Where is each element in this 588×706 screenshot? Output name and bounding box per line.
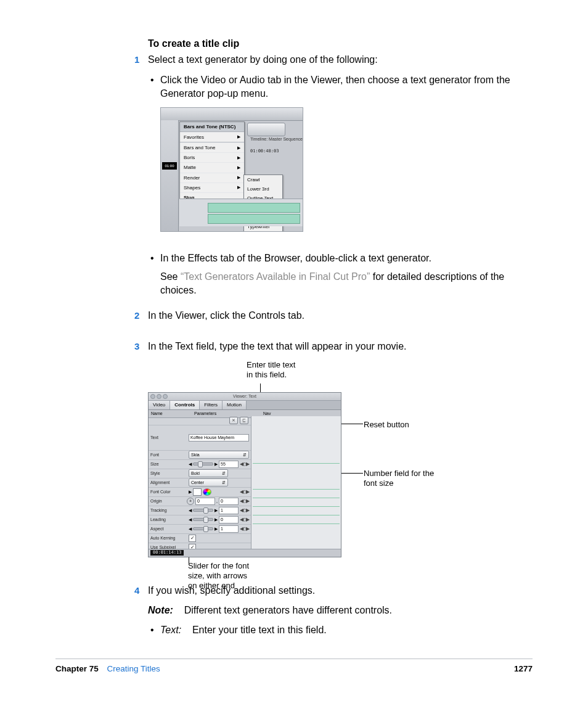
submenu-arrow-icon: ▶ [237,155,240,161]
tracking-field[interactable]: 1 [219,507,239,514]
step-number: 1 [134,53,139,66]
submenu-arrow-icon: ▶ [237,184,240,191]
keyframe-nav-button[interactable]: ⊑ [240,417,248,424]
callout-enter-text: Enter title text in this field. [247,360,295,380]
menu-item-favorites[interactable]: Favorites▶ [180,132,244,142]
toolbar-buttons [247,123,285,136]
step-1: 1 Select a text generator by doing one o… [148,53,536,67]
param-label: Origin [149,498,187,504]
menu-item[interactable]: Boris▶ [180,152,244,162]
origin-y-field[interactable]: 0 [219,498,239,505]
slider-arrow-right-icon[interactable]: ▶ [214,507,218,514]
slider-arrow-left-icon[interactable]: ◀ [189,526,192,532]
tracking-slider[interactable] [193,509,213,512]
param-label: Alignment [149,480,189,486]
menu-item[interactable]: Shapes▶ [180,183,244,192]
text-field[interactable]: Koffee House Mayhem [189,434,249,441]
tab-controls[interactable]: Controls [170,401,200,409]
alignment-select[interactable]: Center⇵ [189,478,228,486]
submenu-arrow-icon: ▶ [237,134,240,140]
keyframe-controls-icon[interactable]: ◀◇▶ [240,488,249,495]
param-label: Leading [149,517,189,523]
left-timecode: 01:00 [162,162,177,170]
callout-reset: Reset button [364,419,409,430]
bullet-dot-icon: • [150,73,154,87]
step-text: If you wish, specify additional settings… [148,585,315,596]
xref-link[interactable]: “Text Generators Available in Final Cut … [181,271,370,282]
submenu-item[interactable]: Crawl [244,175,282,184]
auto-kerning-checkbox[interactable]: ✓ [189,535,196,542]
slider-arrow-right-icon[interactable]: ▶ [214,461,218,467]
param-label: Auto Kerning [149,535,189,541]
bullet-text: Click the Video or Audio tab in the View… [160,75,510,85]
origin-x-field[interactable]: 0 [195,498,215,505]
slider-arrow-left-icon[interactable]: ◀ [189,461,192,467]
param-label: Size [149,461,189,467]
param-label: Aspect [149,526,189,532]
leading-slider[interactable] [193,518,213,521]
font-select[interactable]: Skia⇵ [189,451,249,459]
submenu-arrow-icon: ▶ [237,174,240,181]
step-3: 3 In the Text field, type the text that … [148,340,536,353]
screenshot-generator-menu: Timeline: Master Sequence 01:00:48:03 01… [160,107,303,232]
param-label: Font Color [149,489,189,495]
step-text: In the Viewer, click the Controls tab. [148,310,304,321]
style-select[interactable]: Bold⇵ [189,469,228,477]
menu-item[interactable]: Bars and Tone▶ [180,142,244,152]
step-number: 2 [134,309,139,322]
viewer-tabs: Video Controls Filters Motion [149,401,341,410]
slider-arrow-left-icon[interactable]: ◀ [189,507,192,514]
see-line: See “Text Generators Available in Final … [148,270,536,298]
size-number-field[interactable]: 55 [219,461,239,468]
page-number: 1277 [514,664,533,681]
reset-button[interactable]: ✕ [229,417,238,424]
bullet-text: Enter your title text in this field. [192,625,327,635]
tab-video[interactable]: Video [149,401,170,409]
chapter-label: Chapter 75 [55,664,99,673]
keyframe-lane [253,515,340,516]
timeline-clip [208,203,300,213]
dropdown-arrow-icon: ⇵ [222,480,226,486]
timeline-label: Timeline: Master Sequence [250,136,303,142]
note-text: Different text generators have different… [184,605,392,615]
tab-motion[interactable]: Motion [223,401,247,409]
bullet-label: Text: [160,625,181,635]
keyframe-lane [253,506,340,507]
timeline-clip [208,214,300,224]
step-4: 4 If you wish, specify additional settin… [148,584,536,597]
keyframe-controls-icon[interactable]: ◀◇▶ [240,516,249,523]
window-title: Viewer: Text [149,393,341,400]
bullet-text: Generator pop-up menu. [160,88,268,99]
param-label-text: Text [149,435,189,441]
slider-arrow-right-icon[interactable]: ▶ [214,517,218,523]
bullet-dot-icon: • [150,623,154,637]
keyframe-controls-icon[interactable]: ◀◇▶ [240,525,249,532]
slider-arrow-right-icon[interactable]: ▶ [214,526,218,532]
color-swatch[interactable] [193,488,202,496]
menu-item[interactable]: Render▶ [180,173,244,183]
slider-arrow-left-icon[interactable]: ◀ [189,517,192,523]
submenu-item[interactable]: Lower 3rd [244,184,282,194]
keyframe-controls-icon[interactable]: ◀◇▶ [240,498,249,504]
menu-item[interactable]: Matte▶ [180,162,244,172]
param-label: Font [149,452,189,458]
param-label: Style [149,470,189,477]
crosshair-icon[interactable]: + [187,498,194,505]
step-number: 4 [134,584,139,597]
dropdown-arrow-icon: ⇵ [222,470,226,477]
bullet-dot-icon: • [150,252,154,265]
screenshot-viewer-controls: Viewer: Text Video Controls Filters Moti… [148,392,341,557]
disclosure-triangle-icon[interactable]: ▶ [189,489,192,495]
tab-filters[interactable]: Filters [200,401,223,409]
keyframe-controls-icon[interactable]: ◀◇▶ [240,507,249,514]
keyframe-controls-icon[interactable]: ◀◇▶ [240,461,249,467]
eyedropper-icon[interactable] [203,488,211,496]
size-slider[interactable] [193,462,213,466]
step-number: 3 [134,340,139,353]
page-footer: Chapter 75 Creating Titles 1277 [55,659,533,681]
callout-number-field: Number field for the font size [364,469,434,489]
aspect-slider[interactable] [193,527,213,530]
menu-header: Bars and Tone (NTSC) [180,122,244,132]
leading-field[interactable]: 0 [219,516,239,523]
aspect-field[interactable]: 1 [219,525,239,533]
